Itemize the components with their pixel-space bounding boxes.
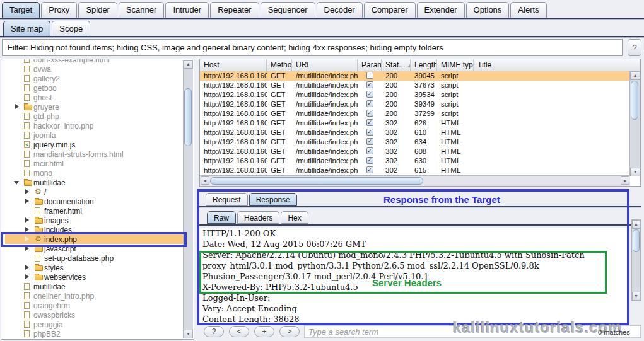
help-button[interactable]: ? (204, 326, 224, 337)
tree-item-peruggia[interactable]: peruggia (1, 320, 194, 329)
column-header-title[interactable]: Title (474, 59, 640, 71)
tab-options[interactable]: Options (466, 2, 510, 18)
table-row[interactable]: http://192.168.0.160GET/mutillidae/index… (200, 109, 630, 118)
tree-item-index-php[interactable]: ⚙index.php (1, 234, 194, 244)
tree-item-gallery2[interactable]: gallery2 (1, 74, 194, 83)
filter-help-button[interactable]: ? (628, 39, 641, 56)
tree-item-getboo[interactable]: getboo (1, 83, 194, 93)
tree-item-mutillidae[interactable]: mutillidae (1, 178, 194, 187)
tree-item-orangehrm[interactable]: orangehrm (1, 301, 194, 310)
column-header-stat[interactable]: Stat... ▲ (382, 59, 411, 71)
tree-item-root[interactable]: ⚙/ (1, 187, 194, 197)
tree-item-mono[interactable]: mono (1, 168, 194, 178)
tab-alerts[interactable]: Alerts (510, 2, 546, 18)
tab-proxy[interactable]: Proxy (41, 2, 77, 18)
tab-repeater[interactable]: Repeater (210, 2, 259, 18)
tree-item-framer-html[interactable]: framer.html (1, 206, 194, 216)
table-row[interactable]: http://192.168.0.160GET/mutillidae/index… (200, 156, 630, 166)
tree-item-set-up-database-php[interactable]: set-up-database.php (1, 253, 194, 263)
tab-comparer[interactable]: Comparer (364, 2, 416, 18)
tree-item-webservices[interactable]: webservices (1, 272, 194, 282)
response-raw-text[interactable]: HTTP/1.1 200 OKDate: Wed, 12 Aug 2015 06… (200, 228, 629, 323)
tab-decoder[interactable]: Decoder (317, 2, 363, 18)
chevron-right-icon[interactable] (25, 236, 29, 241)
chevron-right-icon[interactable] (25, 274, 29, 279)
table-row[interactable]: http://192.168.0.160GET/mutillidae/index… (200, 128, 630, 137)
tab-spider[interactable]: Spider (78, 2, 117, 18)
tree-item-joomla[interactable]: joomla (1, 130, 194, 140)
tab-request[interactable]: Request (206, 193, 248, 206)
tab-scope[interactable]: Scope (52, 21, 90, 36)
chevron-right-icon[interactable] (25, 265, 29, 270)
column-header-params[interactable]: Params (358, 59, 382, 71)
tree-item-mutillidae[interactable]: mutillidae (1, 282, 194, 291)
table-row[interactable]: http://192.168.0.160GET/mutillidae/index… (200, 90, 630, 100)
tree-item-owaspbricks[interactable]: owaspbricks (1, 310, 194, 320)
tree-scrollbar[interactable]: ▲ ▼ (183, 60, 193, 338)
table-row[interactable]: http://192.168.0.160GET/mutillidae/index… (200, 137, 630, 147)
tab-headers[interactable]: Headers (237, 211, 279, 224)
table-horizontal-scrollbar[interactable]: ◄ ► (200, 175, 630, 186)
scroll-right-icon[interactable]: ► (621, 176, 629, 185)
chevron-right-icon[interactable] (25, 246, 29, 251)
tree-item-gruyere[interactable]: gruyere (1, 102, 194, 112)
scroll-down-icon[interactable]: ▼ (184, 330, 193, 338)
tree-item-dom-xss-example-html[interactable]: dom-xss-example.html (1, 59, 194, 64)
scroll-up-icon[interactable]: ▲ (630, 71, 640, 80)
tree-item-ghost[interactable]: ghost (1, 93, 194, 102)
column-header-length[interactable]: Length (411, 59, 437, 71)
table-vertical-scrollbar[interactable]: ▲ ▼ (629, 71, 640, 176)
tab-sequencer[interactable]: Sequencer (261, 2, 315, 18)
scroll-left-icon[interactable]: ◄ (201, 176, 209, 185)
table-row[interactable]: http://192.168.0.160GET/mutillidae/index… (200, 81, 630, 90)
tree-item-gtd-php[interactable]: gtd-php (1, 112, 194, 121)
tab-intruder[interactable]: Intruder (165, 2, 209, 18)
tree-item-documentation[interactable]: documentation (1, 197, 194, 206)
tree-item-styles[interactable]: styles (1, 263, 194, 272)
tree-item-hackxor-intro-php[interactable]: hackxor_intro.php (1, 121, 194, 130)
tree-item-jquery-min-js[interactable]: sjquery.min.js (1, 140, 194, 149)
tab-scanner[interactable]: Scanner (119, 2, 164, 18)
add-button[interactable]: + (254, 326, 274, 337)
chevron-right-icon[interactable] (25, 227, 29, 232)
viewer-scrollbar-thumb[interactable] (633, 229, 640, 252)
tab-extender[interactable]: Extender (417, 2, 465, 18)
table-row[interactable]: http://192.168.0.160GET/mutillidae/index… (200, 71, 630, 81)
tree-item-phpbb2[interactable]: phpBB2 (1, 329, 194, 338)
column-header-url[interactable]: URL (292, 59, 358, 71)
tree-item-mandiant-struts-forms-html[interactable]: mandiant-struts-forms.html (1, 149, 194, 159)
tab-raw[interactable]: Raw (207, 211, 236, 224)
scroll-up-icon[interactable]: ▲ (184, 60, 193, 69)
scroll-down-icon[interactable]: ▼ (632, 292, 640, 301)
column-header-host[interactable]: Host (200, 59, 267, 71)
column-header-mime-type[interactable]: MIME type (437, 59, 474, 71)
viewer-scrollbar[interactable]: ▲ ▼ (631, 219, 641, 301)
table-hscrollbar-thumb[interactable] (210, 177, 423, 185)
column-header-method[interactable]: Method (267, 59, 292, 71)
table-row[interactable]: http://192.168.0.160GET/mutillidae/index… (200, 147, 630, 156)
table-scrollbar-thumb[interactable] (631, 81, 638, 120)
tree-item-javascript[interactable]: javascript (1, 244, 194, 253)
tree-item-dvwa[interactable]: dvwa (1, 64, 194, 74)
scroll-down-icon[interactable]: ▼ (630, 168, 640, 176)
table-row[interactable]: http://192.168.0.160GET/mutillidae/index… (200, 166, 630, 175)
filter-bar[interactable]: Filter: Hiding not found items; hiding C… (2, 39, 623, 56)
tab-hex[interactable]: Hex (281, 211, 308, 224)
table-row[interactable]: http://192.168.0.160GET/mutillidae/index… (200, 118, 630, 128)
tab-site-map[interactable]: Site map (3, 21, 50, 36)
tab-target[interactable]: Target (2, 2, 40, 18)
chevron-right-icon[interactable] (15, 104, 19, 109)
previous-button[interactable]: < (229, 326, 249, 337)
tree-item-includes[interactable]: includes (1, 225, 194, 234)
table-row[interactable]: http://192.168.0.160GET/mutillidae/index… (200, 100, 630, 109)
tree-scrollbar-thumb[interactable] (184, 88, 192, 146)
tree-item-mcir-html[interactable]: mcir.html (1, 159, 194, 168)
chevron-right-icon[interactable] (25, 189, 29, 194)
tree-item-oneliner-intro-php[interactable]: oneliner_intro.php (1, 291, 194, 301)
chevron-right-icon[interactable] (25, 217, 29, 223)
next-button[interactable]: > (279, 326, 300, 337)
tab-response[interactable]: Response (249, 193, 297, 206)
tree-item-images[interactable]: images (1, 216, 194, 225)
chevron-right-icon[interactable] (25, 199, 29, 204)
chevron-down-icon[interactable] (14, 181, 19, 185)
